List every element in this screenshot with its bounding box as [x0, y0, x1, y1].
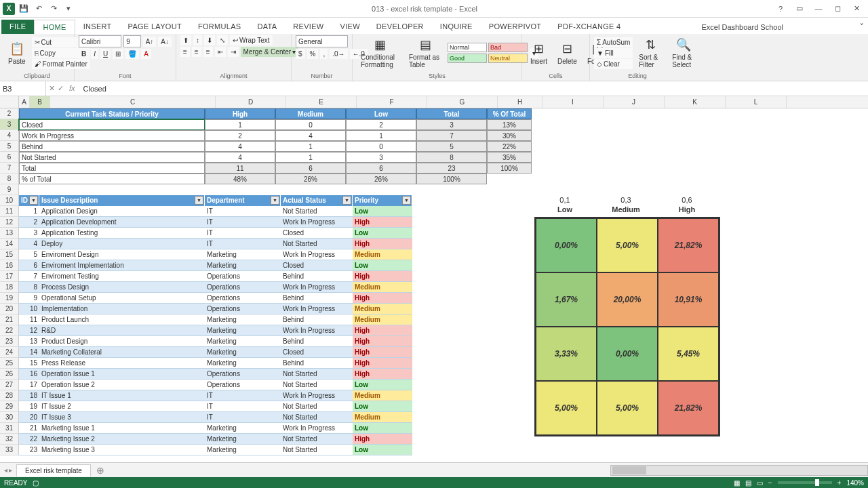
issue-cell[interactable]: Closed [281, 228, 353, 239]
issue-cell[interactable]: IT [205, 217, 281, 228]
issue-cell[interactable]: Enviroment Testing [39, 271, 205, 282]
delete-cells-button[interactable]: ⊟Delete [553, 35, 581, 70]
issue-cell[interactable]: Work In Progress [281, 325, 353, 336]
issue-cell[interactable]: 2 [19, 217, 39, 228]
issue-cell[interactable]: 1 [19, 206, 39, 217]
row-header-11[interactable]: 11 [0, 206, 19, 217]
issue-cell[interactable]: Low [353, 380, 412, 390]
summary-cell[interactable]: 1 [346, 130, 416, 141]
indent-inc-button[interactable]: ⇥ [228, 47, 239, 57]
summary-cell[interactable]: 2 [346, 119, 416, 130]
row-header-7[interactable]: 7 [0, 163, 19, 174]
font-size-combo[interactable]: 9 [123, 35, 140, 47]
ribbon-chevron-icon[interactable]: ˅ [856, 20, 868, 34]
issue-cell[interactable]: Operations [205, 293, 281, 304]
ribbon-options-icon[interactable]: ▭ [791, 2, 808, 16]
insert-cells-button[interactable]: ⊞Insert [526, 35, 551, 70]
qat-dropdown-icon[interactable]: ▾ [62, 3, 75, 15]
align-middle-button[interactable]: ↕ [193, 35, 202, 45]
heatmap-cell[interactable]: 1,67% [536, 272, 597, 327]
row-header-23[interactable]: 23 [0, 336, 19, 347]
issue-cell[interactable]: Marketing [205, 336, 281, 347]
issue-cell[interactable]: 16 [19, 369, 39, 380]
row-header-14[interactable]: 14 [0, 239, 19, 249]
issue-cell[interactable]: Work In Progress [281, 249, 353, 260]
row-header-26[interactable]: 26 [0, 369, 19, 380]
summary-row-label[interactable]: Work In Progress [19, 130, 205, 141]
ribbon-tab-formulas[interactable]: FORMULAS [190, 20, 250, 34]
issue-row[interactable]: 23Marketing Issue 3MarketingNot StartedL… [19, 445, 426, 455]
summary-row-label[interactable]: % of Total [19, 174, 205, 184]
redo-icon[interactable]: ↷ [47, 3, 60, 15]
summary-cell[interactable]: 8 [416, 152, 487, 163]
issue-cell[interactable]: IT [205, 401, 281, 412]
worksheet[interactable]: ABCDEFGHIJKL 234567891011121314151617181… [0, 96, 868, 473]
issue-cell[interactable]: Marketing Issue 1 [39, 423, 205, 434]
clear-button[interactable]: ◇Clear [594, 59, 633, 69]
issue-cell[interactable]: Behind [281, 358, 353, 369]
align-center-button[interactable]: ≡ [192, 47, 201, 57]
issue-cell[interactable]: Product Launch [39, 314, 205, 325]
issue-cell[interactable]: Marketing [205, 434, 281, 445]
issue-cell[interactable]: IT [205, 239, 281, 249]
issue-row[interactable]: 4DeployITNot StartedHigh [19, 239, 426, 249]
issue-row[interactable]: 6Enviroment ImplementationMarketingClose… [19, 260, 426, 271]
number-format-combo[interactable]: General [296, 35, 348, 47]
align-bottom-button[interactable]: ⬇ [204, 35, 215, 45]
format-as-table-button[interactable]: ▤Format as Table [405, 35, 446, 70]
zoom-in-button[interactable]: + [837, 479, 842, 487]
issue-cell[interactable]: Marketing [205, 358, 281, 369]
issue-cell[interactable]: 17 [19, 380, 39, 390]
row-header-12[interactable]: 12 [0, 217, 19, 228]
row-header-15[interactable]: 15 [0, 249, 19, 260]
column-header-K[interactable]: K [665, 96, 726, 108]
add-sheet-button[interactable]: ⊕ [91, 465, 110, 476]
issue-cell[interactable]: Closed [281, 347, 353, 358]
filter-dropdown-icon[interactable]: ▼ [402, 196, 411, 205]
issue-cell[interactable]: IT [205, 228, 281, 239]
summary-cell[interactable]: 48% [205, 174, 275, 184]
heatmap-cell[interactable]: 5,00% [536, 381, 597, 435]
issue-header-priority[interactable]: Priority▼ [353, 195, 412, 206]
issue-header-id[interactable]: ID▼ [19, 195, 39, 206]
issue-cell[interactable]: R&D [39, 325, 205, 336]
zoom-slider[interactable] [778, 481, 832, 484]
issue-cell[interactable]: Enviroment Implementation [39, 260, 205, 271]
column-header-G[interactable]: G [427, 96, 498, 108]
issue-cell[interactable]: High [353, 369, 412, 380]
paste-button[interactable]: 📋Paste [4, 35, 30, 70]
summary-cell[interactable]: 0 [346, 141, 416, 152]
issue-cell[interactable]: Marketing Issue 3 [39, 445, 205, 455]
row-header-17[interactable]: 17 [0, 271, 19, 282]
row-header-24[interactable]: 24 [0, 347, 19, 358]
issue-cell[interactable]: Low [353, 260, 412, 271]
grow-font-button[interactable]: A↑ [143, 37, 157, 47]
find-select-button[interactable]: 🔍Find & Select [668, 35, 699, 70]
name-box[interactable]: B3 [0, 81, 46, 96]
issue-cell[interactable]: Marketing [205, 445, 281, 455]
row-header-5[interactable]: 5 [0, 141, 19, 152]
inc-decimal-button[interactable]: .0→ [330, 49, 347, 59]
fill-button[interactable]: ▼Fill [594, 48, 633, 58]
align-right-button[interactable]: ≡ [203, 47, 213, 57]
issue-cell[interactable]: Behind [281, 336, 353, 347]
issue-row[interactable]: 22Marketing Issue 2MarketingNot StartedH… [19, 434, 426, 445]
issue-cell[interactable]: 14 [19, 347, 39, 358]
issue-cell[interactable]: Operations [205, 282, 281, 293]
column-header-I[interactable]: I [542, 96, 604, 108]
issue-cell[interactable]: 15 [19, 358, 39, 369]
summary-cell[interactable]: 5 [416, 141, 487, 152]
issue-cell[interactable]: Medium [353, 412, 412, 423]
fx-icon[interactable]: fx [66, 84, 78, 93]
issue-cell[interactable]: Medium [353, 390, 412, 401]
issue-cell[interactable]: IT Issue 2 [39, 401, 205, 412]
percent-button[interactable]: % [307, 49, 319, 59]
issue-cell[interactable]: Closed [281, 260, 353, 271]
issue-row[interactable]: 2Application DevelopmentITWork In Progre… [19, 217, 426, 228]
issue-row[interactable]: 14Marketing CollateralMarketingClosedHig… [19, 347, 426, 358]
comma-button[interactable]: , [320, 49, 328, 59]
row-header-27[interactable]: 27 [0, 380, 19, 390]
issue-row[interactable]: 15Press ReleaseMarketingBehindHigh [19, 358, 426, 369]
issue-cell[interactable]: Low [353, 228, 412, 239]
issue-cell[interactable]: Press Release [39, 358, 205, 369]
